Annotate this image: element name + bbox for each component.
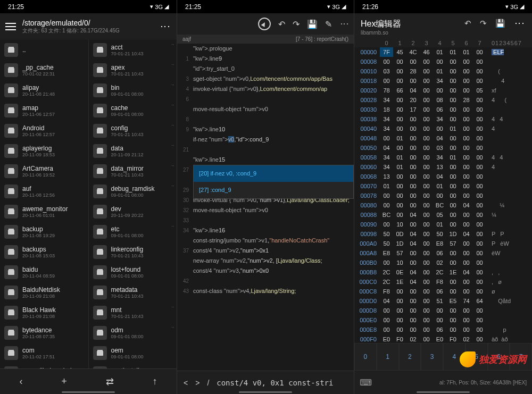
hex-row[interactable]: 000A8E857000006000000èW bbox=[354, 248, 532, 258]
edit-icon[interactable]: ✎ bbox=[325, 19, 332, 29]
compass-icon[interactable] bbox=[258, 18, 271, 30]
hex-row[interactable]: 000681300000004000000 bbox=[354, 172, 532, 181]
folder-icon bbox=[4, 43, 18, 57]
menu-icon[interactable] bbox=[5, 23, 16, 30]
code-area[interactable]: "kw">.prologue1"kw">.line 9"id">:try_sta… bbox=[177, 44, 354, 347]
folder-item[interactable]: com20-11-02 17:51 bbox=[0, 343, 88, 363]
folder-item[interactable]: _pp_cache70-01-02 22:31 bbox=[0, 60, 88, 80]
folder-item[interactable]: odm09-01-01 08:00 → bbox=[89, 323, 177, 343]
hex-row[interactable]: 000480001000004000000 bbox=[354, 133, 532, 143]
folder-item[interactable]: backups20-11-08 15:03 bbox=[0, 242, 88, 262]
undo-icon[interactable]: ↶ bbox=[278, 19, 285, 29]
overflow-icon[interactable]: ⋮ bbox=[160, 22, 171, 31]
hex-row[interactable]: 000F0E0F00200E0F00200àð àð bbox=[354, 334, 532, 342]
keypad-key[interactable]: 1 bbox=[377, 343, 399, 371]
hex-row[interactable]: 000180000000034000000 4 bbox=[354, 76, 532, 86]
folder-item[interactable]: data20-11-09 21:12 → bbox=[89, 141, 177, 161]
folder-item[interactable]: dev20-11-09 20:22 bbox=[89, 202, 177, 222]
hex-row[interactable]: 0005834010000340100004 4 bbox=[354, 153, 532, 162]
hex-row[interactable]: 000780000000000000000 bbox=[354, 191, 532, 200]
slash-icon[interactable]: / bbox=[207, 379, 209, 387]
back-icon[interactable]: ‹ bbox=[19, 376, 22, 387]
hex-row[interactable]: 00088BC00040005000000¼ bbox=[354, 210, 532, 220]
folder-item[interactable]: oem09-01-01 08:00 bbox=[89, 343, 177, 363]
hex-row[interactable]: 000700100000001000000 bbox=[354, 181, 532, 191]
hex-row[interactable]: 00098500D0400501D0400P P bbox=[354, 229, 532, 239]
hex-row[interactable]: 000C8F800000006000000ø bbox=[354, 287, 532, 296]
folder-item[interactable]: lost+found09-01-01 08:00 bbox=[89, 262, 177, 282]
forward-icon[interactable]: ⇄ bbox=[106, 376, 114, 388]
folder-item[interactable]: baidu20-11-04 08:59 bbox=[0, 262, 88, 282]
folder-item[interactable]: aweme_monitor20-11-06 01:01 bbox=[0, 202, 88, 222]
hex-row[interactable]: 000301800170006000000 bbox=[354, 105, 532, 114]
save-icon[interactable]: 💾 bbox=[495, 19, 505, 28]
keypad-key[interactable]: 2 bbox=[399, 343, 421, 371]
next-icon[interactable]: > bbox=[195, 379, 200, 387]
hex-row[interactable]: 0003834000000340000004 4 bbox=[354, 114, 532, 124]
hex-row[interactable]: 000007F454C4601010100 ELF bbox=[354, 47, 532, 57]
hex-row[interactable]: 000500400000003000000 bbox=[354, 143, 532, 153]
folder-item[interactable]: data_mirror70-01-21 10:43 → bbox=[89, 161, 177, 181]
folder-item[interactable]: Black Hawk20-11-09 21:08 bbox=[0, 303, 88, 323]
hex-row[interactable]: 000207866040000000005xf bbox=[354, 86, 532, 95]
folder-item[interactable]: BaiduNetdisk20-11-09 21:08 bbox=[0, 282, 88, 303]
folder-item[interactable]: auf20-11-08 12:56 bbox=[0, 181, 88, 202]
popup-item[interactable]: [27] :cond_9 bbox=[194, 182, 353, 198]
prev-icon[interactable]: < bbox=[184, 379, 188, 387]
keypad-key[interactable]: 3 bbox=[421, 343, 443, 371]
folder-item[interactable]: backup20-11-08 19:29 bbox=[0, 222, 88, 242]
hex-row[interactable]: 000080000000000000000 bbox=[354, 57, 532, 66]
hex-row[interactable]: 0002834002000080028004 ( bbox=[354, 95, 532, 105]
hex-row[interactable]: 000900010000001000000 bbox=[354, 220, 532, 229]
hex-row[interactable]: 000C02C1E0400F8000000, ø bbox=[354, 277, 532, 287]
folder-item[interactable]: config70-01-21 10:43 → bbox=[89, 121, 177, 141]
redo-icon[interactable]: ↷ bbox=[293, 19, 300, 29]
autocomplete-popup[interactable]: [20] if-nez v0, :cond_9[27] :cond_9 bbox=[193, 165, 354, 199]
folder-item[interactable]: Android20-11-06 12:57 bbox=[0, 121, 88, 141]
hex-row[interactable]: 0006034010000130000004 bbox=[354, 162, 532, 172]
hex-row[interactable]: 000D80000000000000000 bbox=[354, 306, 532, 315]
redo-icon[interactable]: ↷ bbox=[480, 19, 487, 28]
clock: 21:25 bbox=[185, 3, 201, 11]
keypad-key[interactable]: 0 bbox=[354, 343, 377, 371]
hex-row[interactable]: 000E80000000006000000 p bbox=[354, 325, 532, 334]
folder-icon bbox=[93, 225, 107, 239]
path-title[interactable]: /storage/emulated/0/ bbox=[22, 19, 153, 27]
folder-item[interactable]: ArtCamera20-11-06 19:52 bbox=[0, 161, 88, 181]
folder-item[interactable]: linkerconfig70-01-21 10:43 bbox=[89, 242, 177, 262]
undo-icon[interactable]: ↶ bbox=[464, 19, 471, 28]
folder-item[interactable]: .. bbox=[0, 40, 88, 60]
hex-row[interactable]: 0004034000000000100004 bbox=[354, 124, 532, 133]
hex-row[interactable]: 000100300280001000000 ( bbox=[354, 66, 532, 76]
hex-body[interactable]: 000007F454C4601010100 ELF000080000000000… bbox=[354, 47, 532, 342]
folder-item[interactable]: amap20-11-06 12:57 bbox=[0, 100, 88, 121]
folder-item[interactable]: etc09-01-01 08:00 → bbox=[89, 222, 177, 242]
hex-row[interactable]: 0008000000000BC000400 ¼ bbox=[354, 200, 532, 210]
status-bar: 21:25 ▾3G◢ bbox=[177, 0, 354, 13]
overflow-icon[interactable]: ⋮ bbox=[514, 19, 526, 28]
folder-item[interactable]: debug_ramdisk09-01-01 08:00 → bbox=[89, 181, 177, 202]
folder-item[interactable]: bin09-01-01 08:00 → bbox=[89, 80, 177, 100]
overflow-icon[interactable]: ⋮ bbox=[339, 20, 350, 28]
appbar: /storage/emulated/0/ 文件夹: 63 文件: 1 储存: 2… bbox=[0, 13, 177, 40]
hex-row[interactable]: 000B82C0E04002C1E0400, , bbox=[354, 267, 532, 277]
hex-row[interactable]: 000E00000000000000000 bbox=[354, 315, 532, 325]
up-icon[interactable]: ↑ bbox=[153, 376, 157, 387]
hex-row[interactable]: 000A0501D0400E8570000P èW bbox=[354, 239, 532, 248]
folder-item[interactable]: acct70-01-21 10:43 → bbox=[89, 40, 177, 60]
hex-row[interactable]: 000D00400000051E57464 Qåtd bbox=[354, 296, 532, 306]
folder-item[interactable]: mnt70-01-21 10:43 → bbox=[89, 303, 177, 323]
editor-tab[interactable]: aajf [7 - 76] : reportCrash() bbox=[177, 35, 354, 44]
keyboard-icon[interactable]: ⌨ bbox=[360, 378, 372, 388]
folder-item[interactable]: apex70-01-21 10:43 → bbox=[89, 60, 177, 80]
hex-row[interactable]: 000B00010000002000000 bbox=[354, 258, 532, 267]
path-subtitle: 文件夹: 63 文件: 1 储存: 26.17G/224.45G bbox=[22, 27, 153, 35]
add-icon[interactable]: + bbox=[61, 376, 67, 387]
folder-item[interactable]: metadata70-01-21 10:43 bbox=[89, 282, 177, 303]
folder-item[interactable]: cache09-01-01 08:00 → bbox=[89, 100, 177, 121]
folder-item[interactable]: aplayerlog20-11-09 18:53 bbox=[0, 141, 88, 161]
folder-item[interactable]: alipay20-11-08 21:48 bbox=[0, 80, 88, 100]
popup-item[interactable]: [20] if-nez v0, :cond_9 bbox=[194, 165, 353, 182]
folder-item[interactable]: bytedance20-11-08 07:35 bbox=[0, 323, 88, 343]
save-icon[interactable]: 💾 bbox=[307, 19, 318, 29]
